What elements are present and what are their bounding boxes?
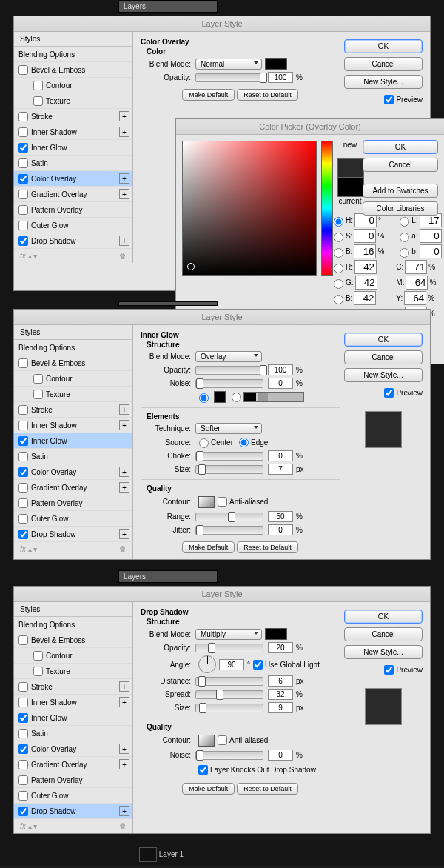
style-checkbox[interactable] — [18, 775, 28, 785]
number-input[interactable]: 7 — [268, 464, 293, 475]
style-item[interactable]: Contour — [14, 371, 132, 387]
color-radio[interactable] — [199, 393, 209, 403]
style-checkbox[interactable] — [33, 374, 43, 384]
channel-radio[interactable] — [400, 233, 409, 242]
ok-button[interactable]: OK — [344, 610, 423, 624]
select[interactable]: Overlay — [195, 351, 262, 362]
style-item[interactable]: Outer Glow — [14, 218, 132, 233]
style-checkbox[interactable] — [18, 682, 28, 692]
knockout-checkbox[interactable] — [198, 765, 208, 775]
make-default-button[interactable]: Make Default — [182, 89, 235, 101]
style-checkbox[interactable] — [18, 452, 28, 461]
channel-radio[interactable] — [334, 248, 343, 258]
slider[interactable] — [195, 751, 263, 760]
channel-input[interactable] — [354, 260, 377, 274]
style-checkbox[interactable] — [18, 405, 28, 415]
style-item[interactable]: Drop Shadow+ — [14, 527, 132, 542]
style-checkbox[interactable] — [33, 651, 43, 661]
shadow-color-swatch[interactable] — [265, 628, 287, 640]
angle-dial[interactable] — [198, 655, 216, 673]
source-center-radio[interactable] — [199, 438, 209, 448]
style-checkbox[interactable] — [18, 530, 28, 539]
channel-radio[interactable] — [334, 264, 343, 273]
style-item[interactable]: Bevel & Emboss — [14, 62, 132, 78]
antialiased-checkbox[interactable] — [218, 735, 227, 745]
style-checkbox[interactable] — [18, 174, 28, 184]
cancel-button[interactable]: Cancel — [344, 350, 423, 364]
trash-icon[interactable]: 🗑 — [119, 545, 127, 553]
channel-radio[interactable] — [334, 233, 343, 242]
add-fx-icon[interactable]: + — [119, 744, 130, 754]
make-default-button[interactable]: Make Default — [182, 541, 235, 553]
channel-input[interactable] — [406, 276, 428, 290]
select[interactable]: Multiply — [195, 629, 262, 640]
picker-ok-button[interactable]: OK — [363, 140, 438, 154]
style-item[interactable]: Inner Glow — [14, 140, 132, 156]
ok-button[interactable]: OK — [344, 39, 423, 53]
contour-picker[interactable] — [198, 735, 215, 747]
number-input[interactable]: 0 — [268, 450, 293, 461]
number-input[interactable]: 20 — [268, 642, 293, 653]
channel-radio[interactable] — [400, 248, 409, 258]
style-item[interactable]: Stroke+ — [14, 402, 132, 418]
style-item[interactable]: Inner Glow — [14, 710, 132, 726]
global-light-checkbox[interactable] — [253, 660, 263, 670]
style-checkbox[interactable] — [18, 436, 28, 446]
trash-icon[interactable]: 🗑 — [119, 822, 127, 830]
trash-icon[interactable]: 🗑 — [119, 252, 127, 260]
slider[interactable] — [195, 452, 263, 461]
sv-field[interactable] — [182, 141, 317, 276]
add-fx-icon[interactable]: + — [119, 681, 130, 692]
gradient-radio[interactable] — [232, 393, 241, 402]
preview-toggle[interactable]: Preview — [344, 93, 423, 107]
glow-color-swatch[interactable] — [214, 391, 226, 403]
add-fx-icon[interactable]: + — [119, 420, 130, 430]
channel-input[interactable] — [420, 244, 442, 258]
style-item[interactable]: Bevel & Emboss — [14, 355, 132, 371]
style-item[interactable]: Blending Options — [14, 47, 132, 62]
layer-row[interactable]: Layer 1 — [133, 844, 444, 865]
style-checkbox[interactable] — [18, 498, 28, 508]
number-input[interactable]: 0 — [268, 524, 293, 535]
style-item[interactable]: Blending Options — [14, 340, 132, 355]
style-checkbox[interactable] — [33, 96, 43, 106]
channel-input[interactable] — [404, 291, 426, 305]
slider[interactable] — [195, 644, 263, 652]
channel-input[interactable] — [420, 229, 442, 243]
preview-checkbox[interactable] — [384, 388, 394, 398]
style-checkbox[interactable] — [33, 390, 43, 399]
style-checkbox[interactable] — [18, 421, 28, 430]
source-edge-radio[interactable] — [239, 438, 249, 447]
number-input[interactable]: 50 — [268, 511, 293, 522]
reset-default-button[interactable]: Reset to Default — [237, 541, 298, 553]
style-checkbox[interactable] — [33, 667, 43, 676]
antialiased-checkbox[interactable] — [218, 497, 227, 507]
style-checkbox[interactable] — [18, 744, 28, 754]
channel-radio[interactable] — [334, 279, 343, 289]
add-fx-icon[interactable]: + — [119, 697, 130, 707]
style-checkbox[interactable] — [18, 729, 28, 738]
style-checkbox[interactable] — [18, 635, 28, 645]
select[interactable]: Softer — [195, 423, 262, 434]
add-fx-icon[interactable]: + — [119, 189, 130, 199]
preview-checkbox[interactable] — [384, 665, 394, 675]
number-input[interactable]: 90 — [219, 659, 244, 670]
style-checkbox[interactable] — [18, 65, 28, 75]
style-item[interactable]: Drop Shadow+ — [14, 233, 132, 249]
preview-checkbox[interactable] — [384, 95, 394, 104]
add-fx-icon[interactable]: + — [119, 467, 130, 477]
new-style-button[interactable]: New Style... — [344, 75, 423, 89]
preview-toggle[interactable]: Preview — [344, 386, 423, 400]
style-checkbox[interactable] — [18, 358, 28, 368]
number-input[interactable]: 6 — [268, 675, 293, 687]
add-swatches-button[interactable]: Add to Swatches — [363, 184, 438, 198]
color-libraries-button[interactable]: Color Libraries — [363, 201, 438, 216]
cancel-button[interactable]: Cancel — [344, 57, 423, 71]
slider[interactable] — [195, 677, 263, 686]
style-item[interactable]: Stroke+ — [14, 109, 132, 124]
style-item[interactable]: Color Overlay+ — [14, 464, 132, 480]
add-fx-icon[interactable]: + — [119, 236, 130, 246]
style-checkbox[interactable] — [18, 791, 28, 801]
style-item[interactable]: Texture — [14, 387, 132, 402]
channel-radio[interactable] — [400, 217, 409, 227]
